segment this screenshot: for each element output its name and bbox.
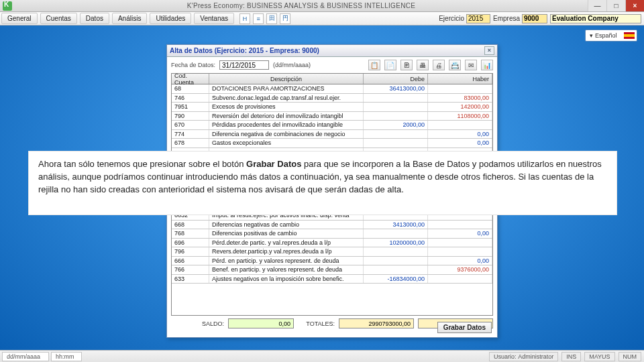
cell[interactable]	[364, 139, 428, 147]
cell[interactable]: Benef. en particip. y valores represent.…	[209, 265, 364, 274]
cell[interactable]: Diferencias negativas de cambio	[209, 221, 364, 229]
menu-utilidades[interactable]: Utilidades	[150, 13, 191, 24]
company-field[interactable]	[550, 14, 641, 23]
minimize-button[interactable]: —	[588, 0, 606, 11]
cell[interactable]: 3413000,00	[364, 221, 428, 229]
cell[interactable]	[428, 247, 492, 256]
cell[interactable]: 142000,00	[428, 103, 492, 111]
cell[interactable]: Subvenc.donac.legad.de cap.transf.al res…	[209, 94, 364, 103]
table-row[interactable]: 670Pérdidas procedentes del inmovilizado…	[172, 121, 492, 130]
cell[interactable]	[428, 221, 492, 229]
cell[interactable]: Reversión del deterioro del inmovilizado…	[209, 112, 364, 121]
cell[interactable]	[428, 275, 492, 284]
col-desc[interactable]: Descripción	[209, 74, 364, 84]
table-row[interactable]: 766Benef. en particip. y valores represe…	[172, 265, 492, 275]
table-row[interactable]: 68DOTACIONES PARA AMORTIZACIONES36413000…	[172, 84, 492, 94]
cell[interactable]: Gastos excepcionales	[209, 139, 364, 147]
table-row[interactable]: 678Gastos excepcionales0,00	[172, 139, 492, 148]
col-haber[interactable]: Haber	[428, 74, 492, 84]
cell[interactable]: 696	[172, 239, 209, 247]
table-row[interactable]: 774Diferencia negativa de combinaciones …	[172, 130, 492, 139]
cell[interactable]: 10200000,00	[364, 239, 428, 247]
cell[interactable]: 746	[172, 94, 209, 103]
menu-analisis[interactable]: Análisis	[112, 13, 147, 24]
cell[interactable]: Excesos de provisiones	[209, 103, 364, 111]
maximize-button[interactable]: □	[606, 0, 625, 11]
cell[interactable]	[364, 257, 428, 265]
cell[interactable]	[364, 130, 428, 139]
cell[interactable]	[428, 84, 492, 93]
cell[interactable]: Diferencia negativa de combinaciones de …	[209, 130, 364, 139]
menu-cuentas[interactable]: Cuentas	[40, 13, 77, 24]
cell[interactable]: 766	[172, 265, 209, 274]
cell[interactable]: 0,00	[428, 139, 492, 147]
cell[interactable]: 678	[172, 139, 209, 147]
tool-print1-icon[interactable]: 🖶	[417, 60, 429, 70]
cell[interactable]: 36413000,00	[364, 84, 428, 93]
cell[interactable]: 68	[172, 84, 209, 93]
table-row[interactable]: 666Pérd. en particip. y valores represen…	[172, 257, 492, 266]
cell[interactable]: Pérdidas procedentes del inmovilizado in…	[209, 121, 364, 129]
table-row[interactable]: 790Reversión del deterioro del inmoviliz…	[172, 112, 492, 121]
tool-doc-icon[interactable]: 📄	[384, 60, 396, 70]
tool-mail-icon[interactable]: ✉	[465, 60, 477, 70]
tool-chart-icon[interactable]: 📊	[481, 60, 493, 70]
cell[interactable]	[428, 239, 492, 247]
cell[interactable]: 0,00	[428, 130, 492, 139]
menu-ventanas[interactable]: Ventanas	[194, 13, 234, 24]
fecha-input[interactable]	[219, 60, 269, 70]
tool-card-icon[interactable]: 📇	[449, 60, 461, 70]
tool-paste-icon[interactable]: 📋	[368, 60, 380, 70]
col-cod[interactable]: Cod. Cuenta	[172, 74, 209, 84]
cell[interactable]: 790	[172, 112, 209, 121]
empresa-field[interactable]	[522, 14, 547, 23]
cell[interactable]: 796	[172, 247, 209, 256]
cell[interactable]: Pérd. en particip. y valores represent. …	[209, 257, 364, 265]
cell[interactable]: 668	[172, 221, 209, 229]
tool-sheet-icon[interactable]: 🖹	[400, 60, 413, 70]
cell[interactable]: DOTACIONES PARA AMORTIZACIONES	[209, 84, 364, 93]
toolbar-icon-2[interactable]: ≡	[253, 13, 264, 24]
cell[interactable]	[364, 265, 428, 274]
ejercicio-field[interactable]	[466, 14, 490, 23]
col-debe[interactable]: Debe	[364, 74, 428, 84]
cell[interactable]: Diferencias positivas de cambio	[209, 229, 364, 238]
cell[interactable]	[364, 229, 428, 238]
cell[interactable]: 0,00	[428, 257, 492, 265]
close-button[interactable]: ×	[625, 0, 644, 11]
cell[interactable]: 9376000,00	[428, 265, 492, 274]
cell[interactable]	[364, 94, 428, 103]
table-row[interactable]: 768Diferencias positivas de cambio0,00	[172, 229, 492, 239]
toolbar-icon-4[interactable]: 円	[280, 13, 290, 24]
language-selector[interactable]: ▾ Español	[585, 29, 637, 42]
table-row[interactable]: 796Revers.deter.particip.y val.repres.de…	[172, 247, 492, 257]
dialog-close-button[interactable]: ×	[484, 46, 494, 55]
table-row[interactable]: 633Ajustes negativos en la imposición so…	[172, 275, 492, 284]
toolbar-icon-1[interactable]: H	[239, 13, 250, 24]
cell[interactable]	[364, 103, 428, 111]
cell[interactable]	[364, 112, 428, 121]
menu-datos[interactable]: Datos	[80, 13, 109, 24]
cell[interactable]: 83000,00	[428, 94, 492, 103]
cell[interactable]: Revers.deter.particip.y val.repres.deuda…	[209, 247, 364, 256]
menu-general[interactable]: General	[1, 13, 38, 24]
cell[interactable]: 666	[172, 257, 209, 265]
cell[interactable]: Pérd.deter.de partic. y val.repres.deuda…	[209, 239, 364, 247]
cell[interactable]: 0,00	[428, 229, 492, 238]
cell[interactable]: 768	[172, 229, 209, 238]
tool-print2-icon[interactable]: 🖨	[433, 60, 445, 70]
cell[interactable]	[428, 121, 492, 129]
table-row[interactable]: 696Pérd.deter.de partic. y val.repres.de…	[172, 239, 492, 248]
cell[interactable]: 774	[172, 130, 209, 139]
cell[interactable]: 633	[172, 275, 209, 284]
cell[interactable]: -16834000,00	[364, 275, 428, 284]
cell[interactable]: 670	[172, 121, 209, 129]
table-row[interactable]: 746Subvenc.donac.legad.de cap.transf.al …	[172, 94, 492, 103]
table-row[interactable]: 7951Excesos de provisiones142000,00	[172, 103, 492, 112]
toolbar-icon-3[interactable]: 田	[266, 13, 277, 24]
grabar-datos-button[interactable]: Grabar Datos	[437, 322, 492, 333]
cell[interactable]: Ajustes negativos en la imposición sobre…	[209, 275, 364, 284]
cell[interactable]	[364, 247, 428, 256]
cell[interactable]: 7951	[172, 103, 209, 111]
cell[interactable]: 1108000,00	[428, 112, 492, 121]
